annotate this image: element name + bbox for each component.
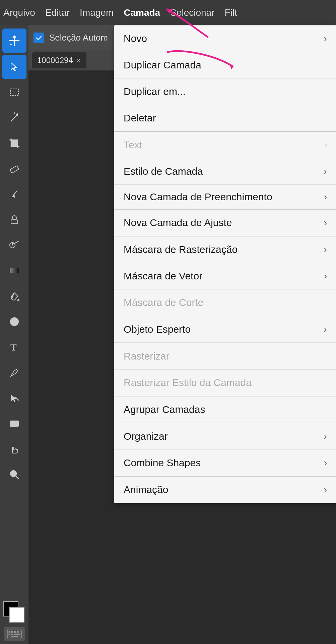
menu-item-mascara-vetor-chevron: ›: [324, 271, 327, 281]
svg-rect-25: [11, 631, 13, 633]
tab-close-button[interactable]: ×: [76, 56, 81, 65]
menu-section-9: Organizar › Combine Shapes ›: [114, 423, 336, 477]
menu-item-combine-shapes-chevron: ›: [324, 458, 327, 468]
svg-point-0: [13, 40, 15, 42]
menu-item-mascara-rasterizacao[interactable]: Máscara de Rasterização ›: [114, 236, 336, 263]
svg-point-13: [17, 299, 19, 301]
menu-item-organizar[interactable]: Organizar ›: [114, 423, 336, 450]
menu-item-animacao[interactable]: Animação ›: [114, 477, 336, 503]
svg-rect-28: [8, 634, 10, 635]
menu-imagem[interactable]: Imagem: [80, 7, 114, 18]
foreground-color-swatch[interactable]: [9, 607, 24, 623]
menu-section-3: Nova Camada de Preenchimento ›: [114, 185, 336, 210]
menu-item-duplicar-em[interactable]: Duplicar em...: [114, 78, 336, 105]
svg-line-20: [16, 476, 18, 479]
menu-item-estilo-camada-chevron: ›: [324, 166, 327, 177]
menu-item-nova-ajuste-chevron: ›: [324, 217, 327, 228]
select-tool[interactable]: +: [2, 55, 26, 79]
keyboard-icon[interactable]: [4, 627, 25, 641]
svg-rect-26: [14, 631, 16, 633]
magic-wand-tool[interactable]: [2, 106, 26, 130]
color-swatches[interactable]: [3, 601, 26, 624]
menu-item-nova-preenchimento-chevron: ›: [324, 192, 327, 202]
menu-item-duplicar-em-label: Duplicar em...: [124, 86, 186, 97]
menu-section-10: Animação ›: [114, 477, 336, 503]
svg-line-4: [11, 116, 16, 121]
menu-item-deletar[interactable]: Deletar: [114, 105, 336, 131]
menu-item-organizar-label: Organizar: [124, 431, 168, 442]
text-tool[interactable]: T: [2, 335, 26, 359]
stamp-tool[interactable]: [2, 208, 26, 232]
menu-item-mascara-rasterizacao-label: Máscara de Rasterização: [124, 244, 238, 255]
menu-arquivo[interactable]: Arquivo: [3, 7, 35, 18]
menu-item-organizar-chevron: ›: [324, 431, 327, 442]
menu-item-agrupar[interactable]: Agrupar Camadas: [114, 396, 336, 423]
menu-item-text: Text ›: [114, 132, 336, 158]
menu-editar[interactable]: Editar: [45, 7, 70, 18]
menu-item-animacao-label: Animação: [124, 484, 168, 495]
menu-section-4: Nova Camada de Ajuste ›: [114, 210, 336, 236]
menu-item-text-chevron: ›: [324, 140, 327, 150]
active-tab[interactable]: 10000294 ×: [32, 52, 86, 68]
toolbar-left: + +: [0, 25, 28, 644]
blur-tool[interactable]: [2, 310, 26, 334]
svg-rect-18: [10, 421, 18, 426]
zoom-tool[interactable]: [2, 463, 26, 487]
menu-item-novo[interactable]: Novo ›: [114, 25, 336, 52]
menu-item-duplicar-camada[interactable]: Duplicar Camada: [114, 52, 336, 78]
svg-rect-9: [10, 166, 19, 173]
menu-section-5: Máscara de Rasterização › Máscara de Vet…: [114, 236, 336, 316]
menu-item-rasterizar-estilo: Rasterizar Estilo da Camada: [114, 370, 336, 396]
menu-section-2: Text › Estilo de Camada ›: [114, 132, 336, 185]
pen-tool[interactable]: [2, 361, 26, 385]
svg-rect-12: [10, 268, 19, 273]
menu-item-estilo-camada[interactable]: Estilo de Camada ›: [114, 158, 336, 184]
menu-section-8: Agrupar Camadas: [114, 396, 336, 423]
menu-item-nova-ajuste-label: Nova Camada de Ajuste: [124, 217, 232, 228]
menu-item-nova-ajuste[interactable]: Nova Camada de Ajuste ›: [114, 210, 336, 236]
svg-rect-24: [8, 631, 10, 633]
auto-select-checkbox[interactable]: [33, 33, 44, 43]
menu-camada[interactable]: Camada: [124, 7, 160, 18]
eraser-tool[interactable]: [2, 157, 26, 181]
menu-item-mascara-rasterizacao-chevron: ›: [324, 244, 327, 255]
menu-item-novo-chevron: ›: [324, 33, 327, 44]
menu-item-objeto-esperto-label: Objeto Esperto: [124, 324, 191, 335]
menu-section-1: Novo › Duplicar Camada Duplicar em... De…: [114, 25, 336, 132]
menu-item-animacao-chevron: ›: [324, 484, 327, 495]
menu-item-mascara-vetor[interactable]: Máscara de Vetor ›: [114, 263, 336, 289]
menu-item-objeto-esperto[interactable]: Objeto Esperto ›: [114, 316, 336, 342]
crop-tool[interactable]: [2, 131, 26, 155]
gradient-tool[interactable]: [2, 259, 26, 283]
menu-item-nova-preenchimento[interactable]: Nova Camada de Preenchimento ›: [114, 185, 336, 209]
history-brush-tool[interactable]: [2, 233, 26, 257]
hand-tool[interactable]: [2, 437, 26, 461]
svg-text:+: +: [10, 43, 12, 46]
menu-section-6: Objeto Esperto ›: [114, 316, 336, 343]
brush-tool[interactable]: [2, 182, 26, 206]
menu-item-novo-label: Novo: [124, 33, 147, 44]
menu-item-objeto-esperto-chevron: ›: [324, 324, 327, 335]
menu-item-text-label: Text: [124, 139, 142, 151]
paint-bucket-tool[interactable]: [2, 284, 26, 308]
menu-item-combine-shapes-label: Combine Shapes: [124, 457, 201, 469]
marquee-tool[interactable]: [2, 80, 26, 104]
path-selection-tool[interactable]: [2, 386, 26, 410]
menu-filter[interactable]: Filt: [225, 7, 237, 18]
svg-rect-27: [17, 631, 18, 633]
svg-rect-3: [10, 89, 18, 96]
menu-selecionar[interactable]: Selecionar: [170, 7, 214, 18]
rectangle-tool[interactable]: [2, 412, 26, 436]
menu-item-mascara-vetor-label: Máscara de Vetor: [124, 270, 202, 282]
menu-item-mascara-corte-label: Máscara de Corte: [124, 297, 203, 308]
move-tool[interactable]: +: [2, 29, 26, 53]
menu-item-agrupar-label: Agrupar Camadas: [124, 404, 205, 415]
menu-item-mascara-corte: Máscara de Corte: [114, 289, 336, 316]
menu-item-combine-shapes[interactable]: Combine Shapes ›: [114, 450, 336, 476]
dropdown-menu: Novo › Duplicar Camada Duplicar em... De…: [114, 25, 336, 503]
menu-item-duplicar-camada-label: Duplicar Camada: [124, 59, 201, 71]
tab-filename: 10000294: [37, 56, 73, 65]
menu-section-7: Rasterizar Rasterizar Estilo da Camada: [114, 343, 336, 396]
svg-text:+: +: [15, 69, 17, 73]
menu-bar: Arquivo Editar Imagem Camada Selecionar …: [0, 0, 336, 25]
